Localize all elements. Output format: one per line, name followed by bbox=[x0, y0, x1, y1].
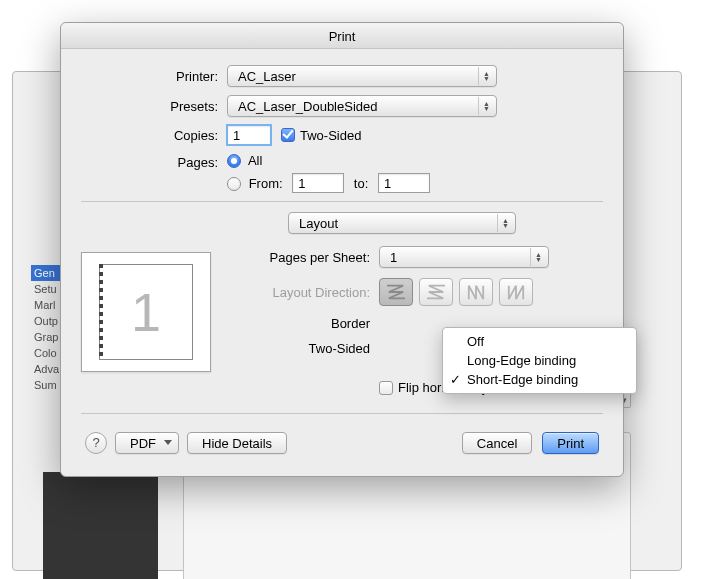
layout-dir-s-icon[interactable] bbox=[419, 278, 453, 306]
cancel-button[interactable]: Cancel bbox=[462, 432, 532, 454]
layout-dir-n2-icon[interactable] bbox=[499, 278, 533, 306]
updown-arrows-icon: ▲▼ bbox=[530, 248, 546, 266]
print-dialog: Print Printer: AC_Laser ▲▼ Presets: AC_L… bbox=[60, 22, 624, 477]
layout-direction-label: Layout Direction: bbox=[229, 285, 379, 300]
presets-label: Presets: bbox=[81, 99, 227, 114]
two-sided-menu: Off Long-Edge binding ✓ Short-Edge bindi… bbox=[442, 327, 637, 394]
dropdown-arrow-icon bbox=[164, 440, 172, 445]
updown-arrows-icon: ▲▼ bbox=[497, 214, 513, 232]
pages-from-label: From: bbox=[249, 176, 283, 191]
pages-to-input[interactable] bbox=[378, 173, 430, 193]
page-thumbnail bbox=[43, 472, 158, 579]
menu-item-off[interactable]: Off bbox=[443, 332, 636, 351]
pages-all-radio[interactable] bbox=[227, 154, 241, 168]
pages-to-label: to: bbox=[354, 176, 368, 191]
printer-label: Printer: bbox=[81, 69, 227, 84]
copies-label: Copies: bbox=[81, 128, 227, 143]
pdf-menu-button[interactable]: PDF bbox=[115, 432, 179, 454]
flip-horizontally-checkbox[interactable] bbox=[379, 381, 393, 395]
pages-all-label: All bbox=[248, 153, 262, 168]
two-sided-label: Two-Sided bbox=[300, 128, 361, 143]
menu-item-short-edge[interactable]: ✓ Short-Edge binding bbox=[443, 370, 636, 389]
two-sided-select-label: Two-Sided bbox=[229, 341, 379, 356]
pages-label: Pages: bbox=[81, 153, 227, 170]
two-sided-checkbox[interactable] bbox=[281, 128, 295, 142]
copies-input[interactable] bbox=[227, 125, 271, 145]
presets-select[interactable]: AC_Laser_DoubleSided ▲▼ bbox=[227, 95, 497, 117]
section-select[interactable]: Layout ▲▼ bbox=[288, 212, 516, 234]
layout-preview: 1 bbox=[81, 252, 211, 372]
separator bbox=[81, 413, 603, 414]
hide-details-button[interactable]: Hide Details bbox=[187, 432, 287, 454]
menu-item-long-edge[interactable]: Long-Edge binding bbox=[443, 351, 636, 370]
updown-arrows-icon: ▲▼ bbox=[478, 97, 494, 115]
pages-per-sheet-select[interactable]: 1 ▲▼ bbox=[379, 246, 549, 268]
layout-direction-group bbox=[379, 278, 533, 306]
checkmark-icon: ✓ bbox=[450, 372, 461, 387]
pages-from-input[interactable] bbox=[292, 173, 344, 193]
border-label: Border bbox=[229, 316, 379, 331]
layout-dir-z-icon[interactable] bbox=[379, 278, 413, 306]
print-button[interactable]: Print bbox=[542, 432, 599, 454]
layout-dir-n-icon[interactable] bbox=[459, 278, 493, 306]
help-button[interactable]: ? bbox=[85, 432, 107, 454]
printer-select[interactable]: AC_Laser ▲▼ bbox=[227, 65, 497, 87]
pages-per-sheet-label: Pages per Sheet: bbox=[229, 250, 379, 265]
pages-from-radio[interactable] bbox=[227, 177, 241, 191]
separator bbox=[81, 201, 603, 202]
updown-arrows-icon: ▲▼ bbox=[478, 67, 494, 85]
preview-page: 1 bbox=[99, 264, 193, 360]
dialog-title: Print bbox=[61, 23, 623, 49]
